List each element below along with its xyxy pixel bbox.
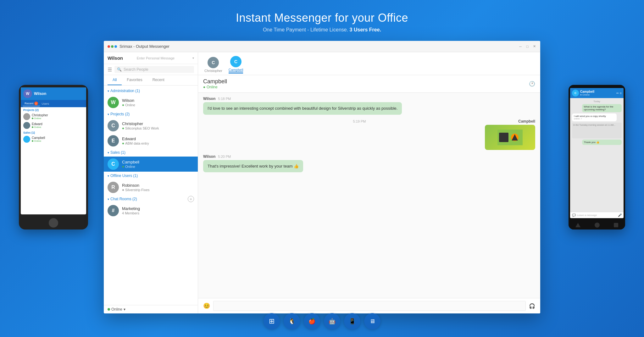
tablet-left-tab-recent[interactable]: Recent 2 — [23, 101, 40, 106]
page-header: Instant Messenger for your Office One Ti… — [0, 0, 644, 33]
title-bar: Srimax - Output Messenger ─ □ ✕ — [104, 41, 540, 52]
hamburger-icon[interactable]: ☰ — [108, 67, 112, 73]
tab-all[interactable]: All — [108, 75, 122, 85]
contact-christopher[interactable]: C Christopher Siliconplus SEO Work — [104, 118, 198, 133]
tablet-left-username: Wilson — [34, 91, 46, 96]
active-tab-indicator — [229, 73, 243, 74]
contact-robinson[interactable]: R Robinson Silverstrip Fixes — [104, 180, 198, 195]
linux-icon[interactable]: 🐧 — [284, 313, 300, 329]
avatar-christopher: C — [108, 120, 119, 131]
message-row-3: Wilson 5:20 PM That's impressive! Excell… — [203, 154, 535, 173]
desktop-window: Srimax - Output Messenger ─ □ ✕ Wilson E… — [104, 41, 540, 313]
contact-edward[interactable]: E Edward ABM data entry — [104, 133, 198, 148]
tablet-right: C Campbell ● Online ✏ ≡ Today What is th… — [569, 85, 625, 229]
online-status-dot — [108, 308, 110, 311]
tablet-right-message-icon: 💬 — [572, 213, 576, 217]
status-dot-edward — [122, 142, 124, 145]
tablet-right-mic-icon[interactable]: 🎤 — [618, 213, 622, 217]
tab-favorites[interactable]: Favorites — [122, 75, 147, 85]
message-bubble-3: That's impressive! Excellent work by you… — [203, 160, 303, 173]
nav-back-icon[interactable] — [575, 223, 580, 227]
tablet-left-header: W Wilson — [21, 87, 86, 100]
status-dot-campbell — [122, 166, 124, 168]
chat-contact-name: Campbell — [203, 78, 529, 85]
minimize-button[interactable]: ─ — [518, 44, 523, 49]
tablet-right-nav — [569, 221, 625, 229]
group-projects[interactable]: ▾ Projects (2) — [104, 110, 198, 118]
group-administration[interactable]: ▾ Administration (1) — [104, 87, 198, 95]
status-dot-christopher — [122, 127, 124, 130]
tablet-right-long-msg: In the Tuesday morning session at 11 AM.… — [572, 123, 622, 138]
sidebar-username: Wilson — [108, 55, 134, 61]
tablet-left-home-btn[interactable] — [49, 218, 58, 228]
chat-tab-campbell[interactable]: C Campbell — [226, 55, 246, 75]
search-icon: 🔍 — [117, 67, 122, 72]
clock-icon[interactable]: 🕐 — [529, 81, 535, 87]
emoji-button[interactable]: 😊 — [203, 302, 210, 309]
desktop-icon[interactable]: 🖥 — [364, 313, 380, 329]
tablet-left-contact-christopher[interactable]: Christopher Online — [21, 112, 86, 121]
chevron-down-icon: ▾ — [108, 174, 109, 178]
tablet-right-icons: ✏ ≡ — [616, 91, 622, 95]
chat-tab-christopher[interactable]: C Christopher — [202, 56, 225, 74]
chat-input-bar: 😊 🎧 — [198, 298, 540, 313]
group-sales[interactable]: ▾ Sales (1) — [104, 148, 198, 157]
chat-header: Campbell Online 🕐 — [198, 75, 540, 93]
tablet-right-msg-1: What is the agenda for the upcoming meet… — [582, 104, 622, 112]
status-dropdown-arrow[interactable]: ▾ — [124, 307, 125, 312]
nav-home-icon[interactable] — [595, 223, 600, 228]
group-offline[interactable]: ▾ Offline Users (1) — [104, 172, 198, 180]
close-button[interactable]: ✕ — [532, 44, 536, 49]
nav-recent-icon[interactable] — [614, 223, 618, 227]
page-title: Instant Messenger for your Office — [0, 11, 644, 25]
tab-recent[interactable]: Recent — [147, 75, 169, 85]
window-controls: ─ □ ✕ — [518, 44, 536, 49]
chevron-down-icon: ▾ — [108, 151, 109, 154]
window-title: Srimax - Output Messenger — [119, 44, 518, 49]
tablet-right-msg-2: I will send you a copy shortly online ✓ — [572, 113, 617, 121]
platform-icons: ⊞ 🐧 🍎 🤖 📱 🖥 — [264, 313, 380, 329]
tablet-right-messages: Today What is the agenda for the upcomin… — [570, 98, 624, 212]
group-chat-rooms[interactable]: ▾ Chat Rooms (2) + — [104, 195, 198, 203]
status-dot-wilson — [122, 104, 124, 106]
contact-marketing[interactable]: # Marketing 4 Members — [104, 203, 198, 218]
chevron-down-icon: ▾ — [108, 113, 109, 116]
svg-rect-1 — [499, 133, 508, 142]
app-logo — [108, 45, 117, 48]
add-room-button[interactable]: + — [188, 196, 194, 202]
message-row-1: Wilson 5:18 PM I'd love to see an intere… — [203, 97, 535, 115]
message-row-2: 5:19 PM Campbell — [203, 119, 535, 150]
contact-wilson[interactable]: W Wilson Online — [104, 95, 198, 110]
ios-icon[interactable]: 📱 — [344, 313, 360, 329]
avatar-campbell: C — [108, 158, 119, 170]
android-icon[interactable]: 🤖 — [324, 313, 340, 329]
image-placeholder — [485, 125, 535, 150]
tablet-left-contact-edward[interactable]: Edward Online — [21, 121, 86, 130]
tablet-left-contact-campbell[interactable]: Campbell Online — [21, 135, 86, 144]
chat-area: C Christopher C Campbell Campbell — [198, 52, 540, 313]
tablet-left-tabs: Recent 2 Users — [21, 100, 86, 107]
logo-dot-red — [108, 45, 110, 48]
apple-icon[interactable]: 🍎 — [304, 313, 320, 329]
message-input[interactable] — [213, 301, 526, 311]
sidebar-footer: Online ▾ — [104, 305, 198, 313]
chevron-down-icon: ▾ — [108, 89, 109, 93]
tablet-left-avatar-christopher — [23, 113, 30, 120]
tablet-left-avatar: W — [23, 89, 32, 98]
contact-campbell[interactable]: C Campbell Online — [104, 157, 198, 172]
sidebar: Wilson Enter Personal Message ▾ ☰ 🔍 Sear… — [104, 52, 198, 313]
message-image-1 — [485, 125, 535, 150]
tablet-left: W Wilson Recent 2 Users Projects (2) Chr… — [19, 85, 88, 229]
logo-dot-green — [111, 45, 114, 48]
avatar-marketing: # — [108, 205, 119, 216]
search-box[interactable]: 🔍 Search People — [114, 66, 194, 73]
tablet-left-tab-users[interactable]: Users — [40, 101, 51, 106]
sidebar-status-input[interactable]: Enter Personal Message — [137, 56, 190, 60]
windows-icon[interactable]: ⊞ — [264, 313, 280, 329]
desktop-window-container: Srimax - Output Messenger ─ □ ✕ Wilson E… — [104, 41, 540, 313]
sidebar-toolbar: ☰ 🔍 Search People — [104, 64, 198, 75]
maximize-button[interactable]: □ — [525, 44, 530, 49]
audio-button[interactable]: 🎧 — [529, 303, 535, 309]
tablet-right-screen: C Campbell ● Online ✏ ≡ Today What is th… — [570, 88, 624, 218]
sidebar-user-header: Wilson Enter Personal Message ▾ — [104, 52, 198, 64]
